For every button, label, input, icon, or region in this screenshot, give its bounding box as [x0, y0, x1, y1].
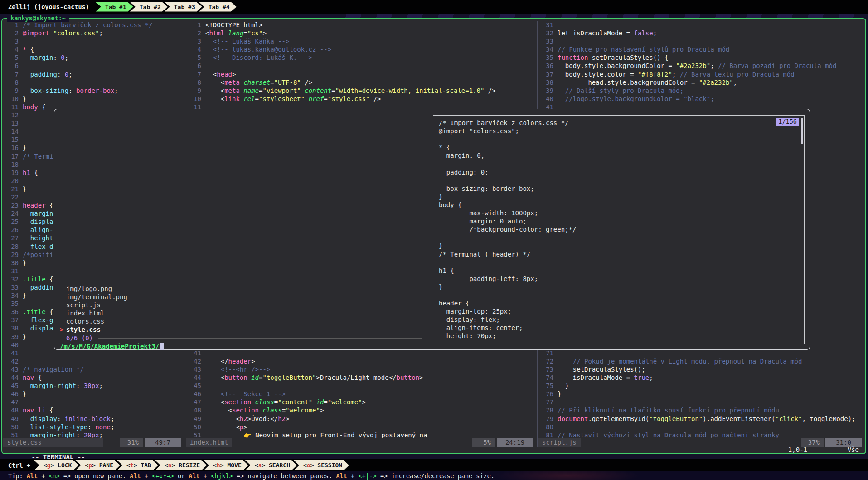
line-number: 31 [3, 267, 19, 275]
line-number: 30 [3, 259, 19, 267]
tab-tab-4[interactable]: Tab #4 [199, 2, 237, 12]
file-item[interactable]: img/terminal.png [54, 293, 426, 301]
code-line: 47 <section class="content" id="welcome"… [186, 398, 537, 406]
preview-scrollbar[interactable] [801, 118, 803, 144]
vim-scroll-indicator: Vše [848, 446, 859, 453]
keybind-search[interactable]: <s> SEARCH [245, 460, 297, 470]
line-number: 76 [538, 390, 553, 398]
match-counter-row: 6/6 (0) [60, 334, 426, 342]
line-number: 18 [3, 160, 19, 169]
keybind-tab[interactable]: <t> TAB [117, 460, 158, 470]
floating-file-picker[interactable]: img/logo.pngimg/terminal.pngscript.jsind… [54, 109, 810, 350]
line-number: 1 [3, 21, 19, 29]
code-line: 76} [538, 390, 865, 398]
preview-line [439, 135, 804, 143]
preview-line [439, 258, 804, 267]
line-number: 43 [186, 365, 201, 373]
line-number: 9 [3, 87, 19, 95]
code-line: 42 [3, 357, 184, 365]
file-item[interactable]: img/logo.png [54, 285, 426, 293]
code-line: 40 //logo.style.backgroundColor = "black… [538, 95, 865, 103]
session-name: Zellij (joyous-cactus) [8, 3, 89, 10]
code-line: 1/* Import barviček z colors.css */ [3, 21, 184, 29]
keybind-session[interactable]: <o> SESSION [294, 460, 349, 470]
file-item[interactable]: >style.css [54, 325, 426, 334]
line-number: 32 [538, 29, 553, 37]
code-line: 6 [186, 62, 537, 70]
prompt-row[interactable]: /m/s/M/G/AkademieProjekt3/ [60, 342, 164, 350]
line-number: 46 [3, 390, 19, 398]
preview-pane: /* Import barviček z colors.css */@impor… [433, 115, 805, 344]
tab-tab-3[interactable]: Tab #3 [165, 2, 202, 12]
code-line: 1<!DOCTYPE html> [186, 21, 537, 29]
line-number: 47 [3, 398, 19, 406]
line-number: 8 [186, 78, 201, 87]
keybind-move[interactable]: <h> MOVE [204, 460, 248, 470]
file-item[interactable]: script.js [54, 301, 426, 309]
file-name: script.js [66, 301, 101, 309]
selection-pointer-icon: > [60, 325, 66, 334]
terminal-pane[interactable]: kankys@skynet:~ 1/* Import barviček z co… [1, 18, 866, 454]
preview-line: body { [439, 201, 804, 209]
file-name: colors.css [66, 317, 104, 325]
preview-line: margin: 0; [439, 151, 804, 160]
line-number: 17 [3, 152, 19, 160]
line-number: 71 [538, 349, 553, 357]
preview-line: } [439, 283, 804, 291]
code-line: 8 [3, 78, 184, 87]
code-line: 42 </header> [186, 357, 537, 365]
code-line: 73 setDraculaStyles(); [538, 365, 865, 373]
line-number: 20 [3, 177, 19, 185]
preview-content: /* Import barviček z colors.css */@impor… [439, 119, 804, 340]
code-line: 37 body.style.color = "#f8f8f2"; // Barv… [538, 70, 865, 78]
preview-line: padding: 0; [439, 168, 804, 176]
code-line: 46 <!-- Sekce 1 --> [186, 390, 537, 398]
line-number: 24 [3, 209, 19, 218]
code-line: 4* { [3, 45, 184, 53]
tab-tab-1[interactable]: Tab #1 [96, 2, 133, 12]
code-line: 31 [538, 21, 865, 29]
code-line: 33 [538, 37, 865, 45]
file-item[interactable]: index.html [54, 309, 426, 317]
preview-line: height: 70px; [439, 332, 804, 340]
line-number: 45 [3, 382, 19, 390]
keybind-resize[interactable]: <n> RESIZE [155, 460, 207, 470]
code-line: 78// Při kliknutí na tlačítko spusť funk… [538, 406, 865, 414]
code-line: 77 [538, 398, 865, 406]
tip-bar: Tip: Alt + <n> => open new pane. Alt + <… [0, 471, 868, 480]
path-prompt[interactable]: /m/s/M/G/AkademieProjekt3/ [60, 343, 159, 350]
file-item[interactable]: colors.css [54, 317, 426, 325]
line-number: 19 [3, 169, 19, 177]
code-line: 79document.getElementById("toggleButton"… [538, 415, 865, 423]
keybind-pane[interactable]: <p> PANE [75, 460, 120, 470]
preview-line: h1 { [439, 267, 804, 275]
line-number: 81 [538, 431, 553, 438]
line-number: 16 [3, 144, 19, 152]
vim-command-line: -- TERMINAL -- 1,0-1 Vše [9, 446, 861, 454]
preview-line: @import "colors.css"; [439, 127, 804, 135]
code-line: 50 <p> [186, 423, 537, 431]
line-number: 39 [3, 333, 19, 341]
line-number: 45 [186, 382, 201, 390]
preview-line: box-sizing: border-box; [439, 184, 804, 193]
code-line: 81// Nastavit výchozí styl na Dracula mó… [538, 431, 865, 438]
code-line: 38 head.style.backgroundColor = "#2a232b… [538, 78, 865, 87]
line-number: 47 [186, 398, 201, 406]
code-line: 72 // Pokud je momentálně v Light modu, … [538, 357, 865, 365]
keybind-lock[interactable]: <g> LOCK [34, 460, 79, 470]
ctrl-prefix: Ctrl + [8, 462, 30, 469]
line-number: 29 [3, 251, 19, 259]
code-line: 9 <meta name="viewport" content="width=d… [186, 87, 537, 95]
preview-line [439, 176, 804, 184]
code-line: 46} [3, 390, 184, 398]
line-number: 2 [186, 29, 201, 37]
line-number: 48 [186, 406, 201, 414]
tab-bar: Zellij (joyous-cactus) Tab #1Tab #2Tab #… [0, 0, 868, 14]
selection-pointer-icon [60, 309, 66, 317]
line-number: 40 [3, 341, 19, 349]
tab-tab-2[interactable]: Tab #2 [130, 2, 168, 12]
code-line: 2<html lang="cs"> [186, 29, 537, 37]
preview-line: /*background-color: green;*/ [439, 225, 804, 233]
line-number: 3 [186, 37, 201, 45]
preview-line: padding-left: 8px; [439, 275, 804, 283]
